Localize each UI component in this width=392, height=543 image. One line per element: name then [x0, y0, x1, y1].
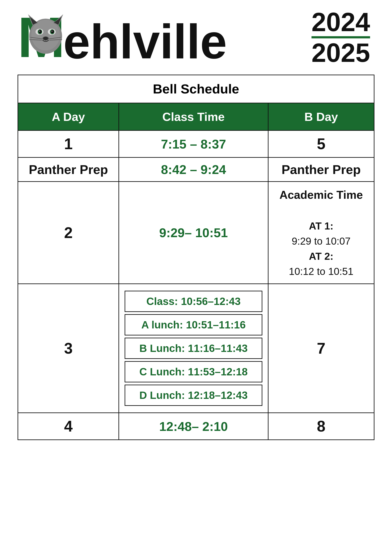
svg-point-22 [34, 22, 58, 48]
lunch-cell: Class: 10:56–12:43 A lunch: 10:51–11:16 … [119, 284, 268, 413]
title-row: Bell Schedule [18, 75, 374, 103]
year-top: 2024 [312, 9, 370, 35]
time-2: 9:29– 10:51 [119, 182, 268, 284]
table-row: 2 9:29– 10:51 Academic Time AT 1: 9:29 t… [18, 182, 374, 284]
period-5-b: 5 [268, 130, 374, 158]
column-headers: A Day Class Time B Day [18, 103, 374, 130]
table-row: 3 Class: 10:56–12:43 A lunch: 10:51–11:1… [18, 284, 374, 413]
logo-area: M [17, 9, 227, 66]
table-row: Panther Prep 8:42 – 9:24 Panther Prep [18, 158, 374, 182]
school-name: ehlville [63, 17, 227, 66]
period-1-a: 1 [18, 130, 119, 158]
mascot-wrapper: M [17, 9, 227, 66]
time-panther-prep: 8:42 – 9:24 [119, 158, 268, 182]
time-1: 7:15 – 8:37 [119, 130, 268, 158]
lunch-container: Class: 10:56–12:43 A lunch: 10:51–11:16 … [122, 288, 264, 408]
c-lunch-box: C Lunch: 11:53–12:18 [125, 361, 262, 382]
time-4: 12:48– 2:10 [119, 413, 268, 440]
year-bottom: 2025 [312, 40, 370, 66]
col-class-time: Class Time [119, 103, 268, 130]
table-row: 1 7:15 – 8:37 5 [18, 130, 374, 158]
period-7-b: 7 [268, 284, 374, 413]
academic-time-cell: Academic Time AT 1: 9:29 to 10:07 AT 2: … [268, 182, 374, 284]
bell-schedule-table: Bell Schedule A Day Class Time B Day 1 7… [17, 75, 375, 440]
col-b-day: B Day [268, 103, 374, 130]
period-4-a: 4 [18, 413, 119, 440]
class-box: Class: 10:56–12:43 [125, 291, 262, 312]
period-8-b: 8 [268, 413, 374, 440]
a-lunch-box: A lunch: 10:51–11:16 [125, 314, 262, 335]
period-2-a: 2 [18, 182, 119, 284]
panther-prep-b: Panther Prep [268, 158, 374, 182]
period-3-a: 3 [18, 284, 119, 413]
page-header: M [17, 9, 375, 66]
b-lunch-box: B Lunch: 11:16–11:43 [125, 338, 262, 359]
panther-icon [24, 12, 67, 56]
table-row: 4 12:48– 2:10 8 [18, 413, 374, 440]
d-lunch-box: D Lunch: 12:18–12:43 [125, 385, 262, 406]
schedule-title: Bell Schedule [18, 75, 374, 103]
year-block: 2024 2025 [312, 9, 370, 66]
panther-prep-a: Panther Prep [18, 158, 119, 182]
col-a-day: A Day [18, 103, 119, 130]
